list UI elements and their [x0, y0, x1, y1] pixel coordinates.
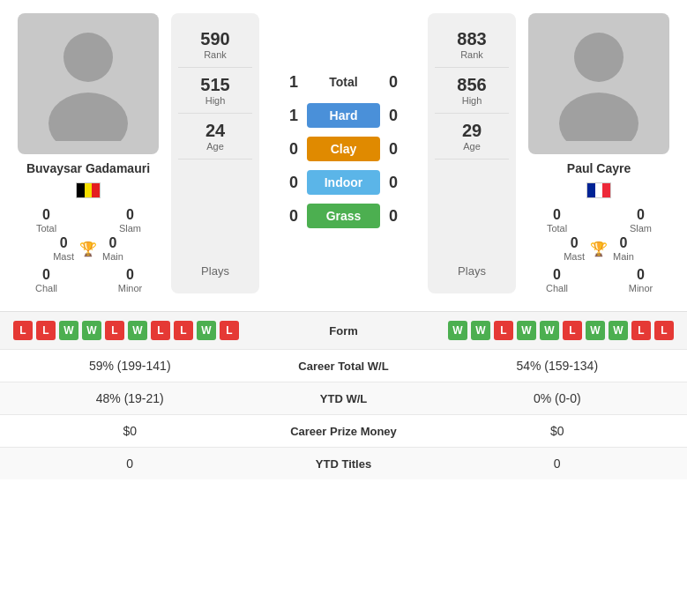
- match-left-score-indoor: 0: [272, 174, 298, 192]
- form-badge-l: L: [563, 321, 582, 340]
- form-badge-w: W: [471, 321, 490, 340]
- form-badge-w: W: [128, 321, 147, 340]
- left-high-label: High: [178, 95, 252, 106]
- stats-row-2: $0Career Prize Money$0: [0, 414, 687, 447]
- form-badge-l: L: [220, 321, 239, 340]
- match-row-total: 1Total0: [272, 70, 415, 94]
- right-chall-label: Chall: [519, 283, 594, 293]
- form-badge-w: W: [517, 321, 536, 340]
- form-badge-w: W: [586, 321, 605, 340]
- left-player-flag: [76, 182, 101, 202]
- left-main-block: 0 Main: [102, 235, 123, 262]
- left-total-block: 0 Total: [9, 207, 84, 234]
- left-rank-value: 590: [178, 29, 252, 49]
- form-section: LLWWLWLLWL Form WWLWWLWWLL: [0, 311, 687, 349]
- stats-row-3: 0YTD Titles0: [0, 447, 687, 479]
- stats-left-val-3: 0: [13, 456, 247, 471]
- stats-left-val-1: 48% (19-21): [13, 391, 247, 405]
- right-trophy-icon: 🏆: [590, 241, 608, 257]
- right-slam-block: 0 Slam: [603, 207, 678, 234]
- match-badge-grass: Grass: [307, 204, 380, 228]
- main-container: Buvaysar Gadamauri 0 Total 0 Slam 0 Mast: [0, 0, 687, 479]
- form-badge-w: W: [59, 321, 78, 340]
- match-row-hard: 1Hard0: [272, 103, 415, 128]
- left-player-avatar: [18, 13, 159, 154]
- left-minor-block: 0 Minor: [93, 267, 168, 293]
- left-total-label: Total: [9, 223, 84, 234]
- right-chall-block: 0 Chall: [519, 267, 594, 293]
- right-slam-value: 0: [603, 207, 678, 223]
- right-main-value: 0: [613, 235, 634, 251]
- left-chall-block: 0 Chall: [9, 267, 84, 293]
- stats-right-val-3: 0: [441, 456, 675, 471]
- right-high-label: High: [435, 95, 509, 106]
- right-mast-label: Mast: [564, 251, 585, 262]
- left-player-stats: 0 Total 0 Slam: [9, 207, 168, 234]
- match-left-score-total: 1: [272, 73, 298, 92]
- right-minor-label: Minor: [603, 283, 678, 293]
- form-badge-l: L: [36, 321, 56, 340]
- right-rank-block: 883 Rank: [435, 22, 509, 68]
- form-badge-l: L: [105, 321, 124, 340]
- left-trophy-row: 0 Mast 🏆 0 Main: [53, 235, 123, 262]
- match-badge-hard: Hard: [307, 103, 380, 128]
- right-minor-value: 0: [603, 267, 678, 283]
- right-age-block: 29 Age: [435, 114, 509, 160]
- right-plays-block: Plays: [458, 160, 486, 285]
- form-badge-l: L: [174, 321, 193, 340]
- stats-right-val-2: $0: [441, 424, 675, 438]
- right-trophy-row: 0 Mast 🏆 0 Main: [564, 235, 634, 262]
- left-player-name: Buvaysar Gadamauri: [26, 161, 150, 175]
- left-chall-label: Chall: [9, 283, 84, 293]
- form-badge-w: W: [82, 321, 101, 340]
- left-high-block: 515 High: [178, 68, 252, 114]
- match-right-score-grass: 0: [389, 207, 415, 226]
- left-plays-block: Plays: [201, 160, 229, 285]
- form-badge-w: W: [540, 321, 559, 340]
- match-badge-indoor: Indoor: [307, 170, 380, 195]
- match-right-score-hard: 0: [389, 107, 415, 125]
- match-right-score-indoor: 0: [389, 174, 415, 192]
- match-left-score-hard: 1: [272, 107, 298, 125]
- left-plays-label: Plays: [201, 264, 229, 278]
- stats-row-0: 59% (199-141)Career Total W/L54% (159-13…: [0, 349, 687, 382]
- left-age-block: 24 Age: [178, 114, 252, 160]
- svg-point-1: [49, 93, 128, 141]
- match-row-clay: 0Clay0: [272, 137, 415, 161]
- match-types-container: 1Total01Hard00Clay00Indoor00Grass0: [272, 70, 415, 237]
- bottom-stats-container: 59% (199-141)Career Total W/L54% (159-13…: [0, 349, 687, 479]
- stats-left-val-0: 59% (199-141): [13, 359, 247, 373]
- belgium-flag: [76, 182, 101, 198]
- left-minor-value: 0: [93, 267, 168, 283]
- right-plays-label: Plays: [458, 264, 486, 278]
- france-flag: [586, 182, 611, 198]
- match-left-score-clay: 0: [272, 140, 298, 159]
- stats-center-label-3: YTD Titles: [247, 457, 441, 471]
- right-chall-value: 0: [519, 267, 594, 283]
- form-badge-w: W: [197, 321, 216, 340]
- left-slam-block: 0 Slam: [93, 207, 168, 234]
- left-age-value: 24: [178, 121, 252, 141]
- left-mast-value: 0: [53, 235, 74, 251]
- match-badge-clay: Clay: [307, 137, 380, 161]
- right-mast-value: 0: [564, 235, 585, 251]
- right-mast-block: 0 Mast: [564, 235, 585, 262]
- left-main-value: 0: [102, 235, 123, 251]
- stats-left-val-2: $0: [13, 424, 247, 438]
- svg-point-2: [574, 33, 624, 82]
- right-rank-label: Rank: [435, 49, 509, 60]
- right-high-value: 856: [435, 75, 509, 95]
- form-badges-right: WWLWWLWWLL: [397, 321, 675, 340]
- left-trophy-icon: 🏆: [79, 241, 97, 257]
- right-player-stats: 0 Total 0 Slam: [519, 207, 678, 234]
- form-badge-l: L: [494, 321, 513, 340]
- right-bottom-stats: 0 Chall 0 Minor: [519, 267, 678, 293]
- right-player-name: Paul Cayre: [567, 161, 631, 175]
- right-slam-label: Slam: [603, 223, 678, 234]
- match-right-score-clay: 0: [389, 140, 415, 159]
- left-rank-block: 590 Rank: [178, 22, 252, 68]
- right-high-block: 856 High: [435, 68, 509, 114]
- right-age-value: 29: [435, 121, 509, 141]
- right-middle-stats: 883 Rank 856 High 29 Age Plays: [428, 13, 516, 293]
- left-slam-label: Slam: [93, 223, 168, 234]
